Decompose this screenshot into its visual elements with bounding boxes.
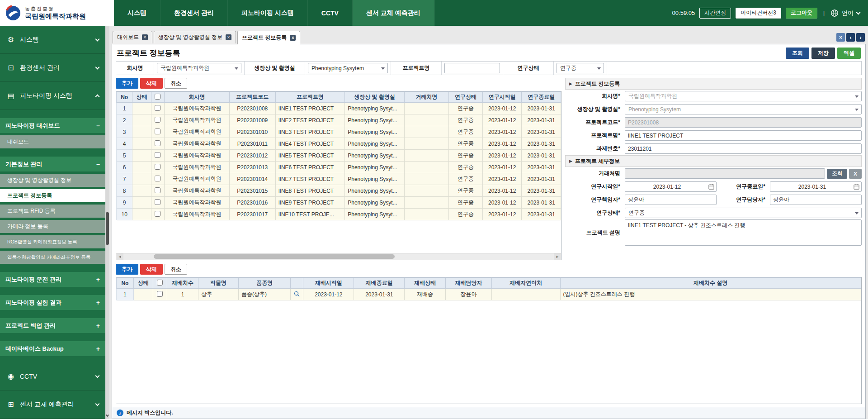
- scroll-down-arrow[interactable]: [105, 413, 109, 419]
- sidebar-section[interactable]: 프로젝트 백업 관리+: [0, 318, 105, 333]
- tab-close-icon[interactable]: ×: [226, 34, 231, 40]
- table-row[interactable]: 1국립원예특작과학원P202301008lINE1 TEST PROJECTPh…: [117, 103, 561, 114]
- table-row[interactable]: 10국립원예특작과학원P202301017lINE10 TEST PROJE..…: [117, 209, 561, 220]
- search-button[interactable]: 조회: [786, 48, 809, 59]
- horizontal-scrollbar[interactable]: ◄ ►: [116, 253, 561, 260]
- excel-button[interactable]: 엑셀: [837, 48, 861, 59]
- row-checkbox[interactable]: [155, 129, 160, 134]
- top-menu-item[interactable]: 환경센서 관리: [160, 0, 228, 26]
- status-filter-select[interactable]: 연구중: [557, 63, 604, 73]
- scroll-left-button[interactable]: ◄: [116, 253, 123, 260]
- research-status-select[interactable]: 연구중: [625, 208, 862, 218]
- select-all-checkbox[interactable]: [155, 94, 160, 100]
- chamber-select[interactable]: Phenotyping Sysytem: [625, 104, 862, 114]
- table-row[interactable]: 2국립원예특작과학원P202301009lINE2 TEST PROJECTPh…: [117, 114, 561, 126]
- row-checkbox[interactable]: [155, 176, 160, 181]
- next-tab-button[interactable]: ›: [856, 33, 865, 42]
- scrollbar-thumb[interactable]: [106, 212, 109, 245]
- tab[interactable]: 프로젝트 정보등록×: [237, 31, 300, 44]
- row-checkbox[interactable]: [155, 187, 160, 193]
- calendar-icon[interactable]: [708, 184, 714, 190]
- calendar-icon[interactable]: [854, 184, 859, 190]
- user-button[interactable]: 아이티컨버전3: [736, 8, 781, 19]
- table-row[interactable]: 6국립원예특작과학원P202301013lINE6 TEST PROJECTPh…: [117, 162, 561, 173]
- sidebar-item[interactable]: 카메라 정보 등록: [0, 220, 105, 233]
- tab-close-icon[interactable]: ×: [290, 35, 296, 41]
- sidebar-scrollbar[interactable]: [105, 26, 109, 419]
- extend-time-button[interactable]: 시간연장: [699, 8, 731, 19]
- table-row[interactable]: 9국립원예특작과학원P202301016lINE9 TEST PROJECTPh…: [117, 197, 561, 209]
- start-date-input[interactable]: [625, 181, 717, 192]
- table-row[interactable]: 8국립원예특작과학원P202301015lINE8 TEST PROJECTPh…: [117, 185, 561, 197]
- sidebar-section[interactable]: 피노타이핑 실험 결과+: [0, 295, 105, 310]
- sidebar-section[interactable]: 데이타베이스 Backup+: [0, 341, 105, 356]
- sidebar-item[interactable]: 프로젝트 RFID 등록: [0, 205, 105, 218]
- scroll-right-button[interactable]: ►: [554, 253, 561, 260]
- chevron-down-icon: [95, 37, 100, 41]
- row-checkbox[interactable]: [155, 164, 160, 170]
- table-row[interactable]: 4국립원예특작과학원P202301011lINE4 TEST PROJECTPh…: [117, 138, 561, 150]
- row-checkbox[interactable]: [155, 117, 160, 123]
- search-icon[interactable]: [294, 291, 300, 297]
- cancel-button[interactable]: 취소: [165, 264, 187, 275]
- delete-row-button[interactable]: 삭제: [140, 264, 163, 275]
- sidebar-item[interactable]: 프로젝트 정보등록: [0, 189, 105, 202]
- tab-close-icon[interactable]: ×: [142, 34, 148, 40]
- client-clear-button[interactable]: X: [849, 169, 862, 179]
- staff-input[interactable]: [770, 195, 862, 205]
- cell-project-name: lINE2 TEST PROJECT: [275, 114, 344, 126]
- org-logo[interactable]: 농촌진흥청 국립원예특작과학원: [0, 0, 114, 26]
- chamber-filter-select[interactable]: Phenotyping Sysytem: [308, 63, 388, 73]
- select-all-checkbox[interactable]: [157, 280, 163, 286]
- scrollbar-thumb[interactable]: [154, 254, 395, 259]
- company-filter-select[interactable]: 국립원예특작과학원: [157, 63, 241, 73]
- end-date-input[interactable]: [770, 181, 862, 192]
- cancel-button[interactable]: 취소: [165, 78, 187, 89]
- project-name-input[interactable]: [625, 130, 862, 141]
- tab[interactable]: 대쉬보드×: [113, 31, 152, 43]
- sidebar-item[interactable]: ⊡환경센서 관리: [0, 54, 105, 82]
- sidebar-item[interactable]: ⚙시스템: [0, 26, 105, 54]
- add-row-button[interactable]: 추가: [116, 264, 138, 275]
- table-row[interactable]: 3국립원예특작과학원P202301010lINE3 TEST PROJECTPh…: [117, 126, 561, 138]
- sidebar-item[interactable]: ◉CCTV: [0, 362, 105, 390]
- add-row-button[interactable]: 추가: [116, 78, 138, 89]
- close-all-tabs-button[interactable]: ×: [836, 33, 845, 42]
- delete-row-button[interactable]: 삭제: [140, 78, 163, 89]
- top-menu-item[interactable]: CCTV: [308, 0, 353, 26]
- sidebar-item[interactable]: 엽록소형광촬영실 카메라좌표정보 등록: [0, 251, 105, 264]
- scrollbar-track[interactable]: [123, 253, 554, 260]
- table-row[interactable]: 5국립원예특작과학원P202301012lINE5 TEST PROJECTPh…: [117, 150, 561, 162]
- row-checkbox[interactable]: [155, 199, 160, 205]
- project-name-filter-input[interactable]: [444, 63, 500, 73]
- row-checkbox[interactable]: [155, 140, 160, 146]
- top-menu-item[interactable]: 시스템: [114, 0, 160, 26]
- sidebar-item[interactable]: 대쉬보드: [0, 135, 105, 148]
- row-checkbox[interactable]: [157, 291, 163, 297]
- row-checkbox[interactable]: [155, 211, 160, 217]
- sidebar-item[interactable]: RGB촬영실 카메라좌표정보 등록: [0, 235, 105, 248]
- sidebar-item[interactable]: ▤피노타이핑 시스템: [0, 82, 105, 110]
- table-row[interactable]: 11상추품종(상추)2023-01-122023-01-31재배중장윤아(임시)…: [117, 289, 861, 300]
- sidebar-item[interactable]: 생장상 및 영상촬영실 정보: [0, 174, 105, 187]
- table-row[interactable]: 7국립원예특작과학원P202301014lINE7 TEST PROJECTPh…: [117, 173, 561, 185]
- cell-crop: 상추: [198, 289, 239, 300]
- row-checkbox[interactable]: [155, 105, 160, 111]
- sidebar-item[interactable]: ⊞센서 교체 예측관리: [0, 390, 105, 419]
- save-button[interactable]: 저장: [811, 48, 835, 59]
- manager-input[interactable]: [625, 195, 717, 205]
- top-menu-item[interactable]: 센서 교체 예측관리: [353, 0, 434, 26]
- client-search-button[interactable]: 조회: [827, 169, 847, 179]
- tab[interactable]: 생장상 및 영상촬영실 정보×: [154, 31, 236, 43]
- sidebar-section[interactable]: 피노타이핑 대쉬보드−: [0, 118, 105, 133]
- sidebar-section[interactable]: 피노타이핑 운전 관리+: [0, 272, 105, 287]
- sidebar-section[interactable]: 기본정보 관리−: [0, 157, 105, 171]
- prev-tab-button[interactable]: ‹: [846, 33, 855, 42]
- description-textarea[interactable]: lINE1 TEST PROJECT - 상추 건조스트레스 진행: [625, 219, 862, 246]
- company-select[interactable]: 국립원예특작과학원: [625, 91, 862, 101]
- logout-button[interactable]: 로그아웃: [786, 8, 817, 19]
- language-selector[interactable]: 언어: [830, 9, 860, 17]
- row-checkbox[interactable]: [155, 152, 160, 158]
- task-number-input[interactable]: [625, 143, 862, 154]
- top-menu-item[interactable]: 피노타이핑 시스템: [228, 0, 308, 26]
